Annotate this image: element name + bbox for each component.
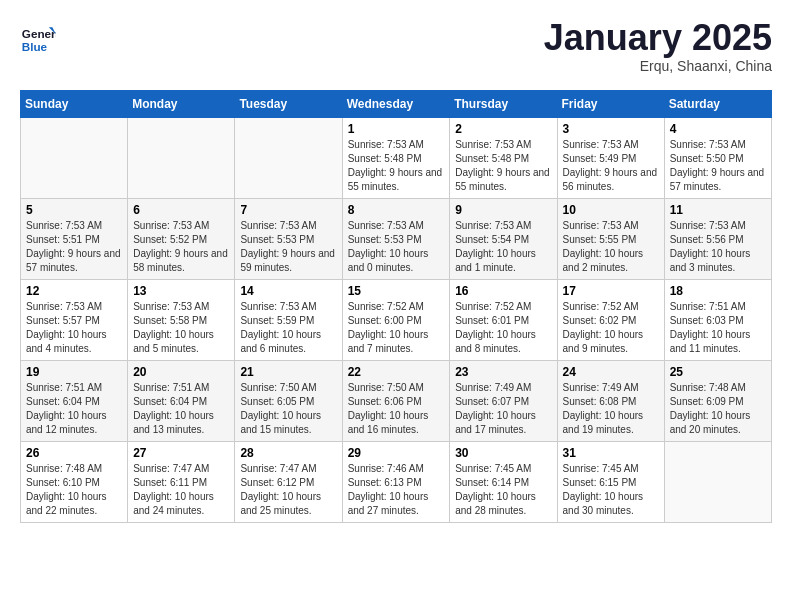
svg-text:Blue: Blue [22,40,48,53]
day-cell [664,442,771,523]
day-number: 5 [26,203,122,217]
day-info: Sunrise: 7:48 AMSunset: 6:09 PMDaylight:… [670,381,766,437]
day-number: 29 [348,446,445,460]
day-cell: 14Sunrise: 7:53 AMSunset: 5:59 PMDayligh… [235,280,342,361]
day-number: 23 [455,365,551,379]
day-number: 8 [348,203,445,217]
day-cell: 26Sunrise: 7:48 AMSunset: 6:10 PMDayligh… [21,442,128,523]
day-info: Sunrise: 7:53 AMSunset: 5:58 PMDaylight:… [133,300,229,356]
day-number: 10 [563,203,659,217]
day-info: Sunrise: 7:46 AMSunset: 6:13 PMDaylight:… [348,462,445,518]
day-cell: 15Sunrise: 7:52 AMSunset: 6:00 PMDayligh… [342,280,450,361]
day-cell: 2Sunrise: 7:53 AMSunset: 5:48 PMDaylight… [450,118,557,199]
day-info: Sunrise: 7:53 AMSunset: 5:53 PMDaylight:… [240,219,336,275]
day-number: 9 [455,203,551,217]
weekday-header-thursday: Thursday [450,91,557,118]
day-info: Sunrise: 7:45 AMSunset: 6:15 PMDaylight:… [563,462,659,518]
day-cell: 19Sunrise: 7:51 AMSunset: 6:04 PMDayligh… [21,361,128,442]
day-info: Sunrise: 7:51 AMSunset: 6:04 PMDaylight:… [133,381,229,437]
day-info: Sunrise: 7:45 AMSunset: 6:14 PMDaylight:… [455,462,551,518]
day-cell: 10Sunrise: 7:53 AMSunset: 5:55 PMDayligh… [557,199,664,280]
day-cell [235,118,342,199]
day-number: 24 [563,365,659,379]
day-number: 4 [670,122,766,136]
weekday-header-wednesday: Wednesday [342,91,450,118]
day-number: 13 [133,284,229,298]
day-cell: 1Sunrise: 7:53 AMSunset: 5:48 PMDaylight… [342,118,450,199]
day-cell: 25Sunrise: 7:48 AMSunset: 6:09 PMDayligh… [664,361,771,442]
day-cell: 28Sunrise: 7:47 AMSunset: 6:12 PMDayligh… [235,442,342,523]
day-cell: 5Sunrise: 7:53 AMSunset: 5:51 PMDaylight… [21,199,128,280]
page-header: General Blue January 2025 Erqu, Shaanxi,… [20,20,772,74]
day-number: 14 [240,284,336,298]
day-info: Sunrise: 7:48 AMSunset: 6:10 PMDaylight:… [26,462,122,518]
day-info: Sunrise: 7:52 AMSunset: 6:01 PMDaylight:… [455,300,551,356]
day-number: 21 [240,365,336,379]
day-number: 25 [670,365,766,379]
weekday-header-sunday: Sunday [21,91,128,118]
weekday-header-monday: Monday [128,91,235,118]
day-number: 30 [455,446,551,460]
day-cell: 27Sunrise: 7:47 AMSunset: 6:11 PMDayligh… [128,442,235,523]
day-info: Sunrise: 7:51 AMSunset: 6:03 PMDaylight:… [670,300,766,356]
day-number: 18 [670,284,766,298]
day-cell [128,118,235,199]
day-cell: 9Sunrise: 7:53 AMSunset: 5:54 PMDaylight… [450,199,557,280]
day-cell: 23Sunrise: 7:49 AMSunset: 6:07 PMDayligh… [450,361,557,442]
day-info: Sunrise: 7:53 AMSunset: 5:51 PMDaylight:… [26,219,122,275]
calendar-table: SundayMondayTuesdayWednesdayThursdayFrid… [20,90,772,523]
day-number: 1 [348,122,445,136]
day-cell: 12Sunrise: 7:53 AMSunset: 5:57 PMDayligh… [21,280,128,361]
weekday-header-saturday: Saturday [664,91,771,118]
day-number: 11 [670,203,766,217]
day-number: 2 [455,122,551,136]
day-number: 16 [455,284,551,298]
day-info: Sunrise: 7:53 AMSunset: 5:49 PMDaylight:… [563,138,659,194]
location: Erqu, Shaanxi, China [544,58,772,74]
day-info: Sunrise: 7:53 AMSunset: 5:59 PMDaylight:… [240,300,336,356]
day-info: Sunrise: 7:49 AMSunset: 6:08 PMDaylight:… [563,381,659,437]
week-row-5: 26Sunrise: 7:48 AMSunset: 6:10 PMDayligh… [21,442,772,523]
day-info: Sunrise: 7:47 AMSunset: 6:12 PMDaylight:… [240,462,336,518]
day-cell: 7Sunrise: 7:53 AMSunset: 5:53 PMDaylight… [235,199,342,280]
day-cell: 8Sunrise: 7:53 AMSunset: 5:53 PMDaylight… [342,199,450,280]
day-number: 6 [133,203,229,217]
day-info: Sunrise: 7:52 AMSunset: 6:02 PMDaylight:… [563,300,659,356]
day-cell: 24Sunrise: 7:49 AMSunset: 6:08 PMDayligh… [557,361,664,442]
day-cell: 17Sunrise: 7:52 AMSunset: 6:02 PMDayligh… [557,280,664,361]
day-info: Sunrise: 7:53 AMSunset: 5:48 PMDaylight:… [348,138,445,194]
day-number: 15 [348,284,445,298]
day-number: 7 [240,203,336,217]
day-number: 26 [26,446,122,460]
day-cell: 16Sunrise: 7:52 AMSunset: 6:01 PMDayligh… [450,280,557,361]
day-info: Sunrise: 7:53 AMSunset: 5:55 PMDaylight:… [563,219,659,275]
day-number: 20 [133,365,229,379]
day-cell: 6Sunrise: 7:53 AMSunset: 5:52 PMDaylight… [128,199,235,280]
day-cell: 13Sunrise: 7:53 AMSunset: 5:58 PMDayligh… [128,280,235,361]
day-info: Sunrise: 7:53 AMSunset: 5:54 PMDaylight:… [455,219,551,275]
day-cell: 18Sunrise: 7:51 AMSunset: 6:03 PMDayligh… [664,280,771,361]
week-row-1: 1Sunrise: 7:53 AMSunset: 5:48 PMDaylight… [21,118,772,199]
logo: General Blue [20,20,56,56]
day-number: 12 [26,284,122,298]
day-info: Sunrise: 7:53 AMSunset: 5:53 PMDaylight:… [348,219,445,275]
day-cell: 11Sunrise: 7:53 AMSunset: 5:56 PMDayligh… [664,199,771,280]
day-number: 28 [240,446,336,460]
day-number: 19 [26,365,122,379]
day-cell: 3Sunrise: 7:53 AMSunset: 5:49 PMDaylight… [557,118,664,199]
title-block: January 2025 Erqu, Shaanxi, China [544,20,772,74]
day-info: Sunrise: 7:53 AMSunset: 5:48 PMDaylight:… [455,138,551,194]
day-info: Sunrise: 7:51 AMSunset: 6:04 PMDaylight:… [26,381,122,437]
week-row-3: 12Sunrise: 7:53 AMSunset: 5:57 PMDayligh… [21,280,772,361]
day-cell: 30Sunrise: 7:45 AMSunset: 6:14 PMDayligh… [450,442,557,523]
day-cell: 22Sunrise: 7:50 AMSunset: 6:06 PMDayligh… [342,361,450,442]
day-cell: 29Sunrise: 7:46 AMSunset: 6:13 PMDayligh… [342,442,450,523]
day-info: Sunrise: 7:53 AMSunset: 5:52 PMDaylight:… [133,219,229,275]
day-info: Sunrise: 7:50 AMSunset: 6:06 PMDaylight:… [348,381,445,437]
month-title: January 2025 [544,20,772,56]
weekday-header-row: SundayMondayTuesdayWednesdayThursdayFrid… [21,91,772,118]
day-info: Sunrise: 7:52 AMSunset: 6:00 PMDaylight:… [348,300,445,356]
day-cell: 20Sunrise: 7:51 AMSunset: 6:04 PMDayligh… [128,361,235,442]
day-info: Sunrise: 7:49 AMSunset: 6:07 PMDaylight:… [455,381,551,437]
week-row-4: 19Sunrise: 7:51 AMSunset: 6:04 PMDayligh… [21,361,772,442]
